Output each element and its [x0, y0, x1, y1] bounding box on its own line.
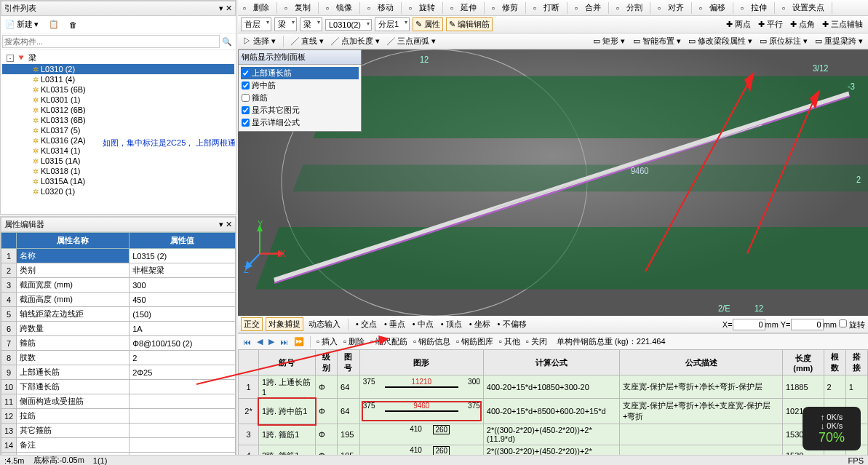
tb-延伸[interactable]: ▫延伸	[448, 1, 479, 14]
tree-item[interactable]: ✲ KL0301 (1)	[2, 95, 234, 105]
rebar-钢筋信息[interactable]: ▫ 钢筋信息	[411, 335, 453, 348]
result-row[interactable]: 2*1跨. 跨中筋1Φ643759460375400-20+15*d+8500+…	[239, 399, 868, 424]
btn_edit[interactable]: ✎ 编辑钢筋	[446, 17, 493, 31]
snap-顶点[interactable]: • 顶点	[439, 318, 464, 330]
nav-arrow[interactable]: ⏭	[278, 338, 290, 346]
y-input[interactable]	[791, 319, 824, 330]
tree-item[interactable]: ✲ L0320 (1)	[2, 186, 234, 196]
tb-复制[interactable]: ▫复制	[282, 1, 313, 14]
tree-item[interactable]: ✲ L0310 (2)	[2, 64, 234, 74]
tree-item[interactable]: ✲ KL0313 (6B)	[2, 115, 234, 125]
prop-name[interactable]: 上部通长筋	[17, 365, 130, 380]
rebar-filter-item[interactable]: 跨中筋	[241, 79, 359, 92]
tool-重提梁跨[interactable]: ▭ 重提梁跨 ▾	[813, 35, 865, 47]
snap-对象捕捉[interactable]: 对象捕捉	[266, 317, 303, 331]
dropdown[interactable]: 分层1	[375, 17, 410, 31]
tb-设置夹点[interactable]: ▫设置夹点	[780, 1, 827, 14]
tree-item[interactable]: ✲ L0311 (4)	[2, 74, 234, 84]
aux-三点辅轴[interactable]: ✚ 三点辅轴	[820, 18, 865, 31]
nav-arrow[interactable]: ▶	[266, 337, 276, 346]
prop-name[interactable]: 拉筋	[17, 409, 130, 424]
prop-name[interactable]: 轴线距梁左边线距	[17, 307, 130, 322]
rebar-filter-item[interactable]: 显示详细公式	[241, 116, 359, 129]
prop-value[interactable]: 450	[130, 293, 236, 307]
result-table[interactable]: 筋号级别图号图形计算公式公式描述长度(mm)根数搭接11跨. 上通长筋1Φ643…	[238, 349, 868, 455]
tree-item[interactable]: ✲ L0315 (1A)	[2, 156, 234, 166]
tool-智能布置[interactable]: ▭ 智能布置 ▾	[631, 35, 683, 47]
prop-value[interactable]	[130, 409, 236, 424]
tb-拉伸[interactable]: ▫拉伸	[738, 1, 769, 14]
tool-原位标注[interactable]: ▭ 原位标注 ▾	[757, 35, 810, 47]
prop-value[interactable]: 2Φ25	[130, 365, 236, 380]
nav-arrow[interactable]: ⏩	[292, 337, 306, 346]
prop-name[interactable]: 截面宽度 (mm)	[17, 278, 130, 293]
rebar-display-panel[interactable]: 钢筋显示控制面板 上部通长筋 跨中筋 箍筋 显示其它图元 显示详细公式	[238, 49, 362, 132]
select-button[interactable]: ▷ 选择 ▾	[241, 35, 278, 47]
snap-坐标[interactable]: • 坐标	[467, 318, 493, 330]
nav-arrow[interactable]: ⏮	[241, 338, 253, 346]
search-icon[interactable]: 🔍	[220, 35, 234, 48]
prop-name[interactable]: 备注	[17, 438, 130, 453]
snap-不偏移[interactable]: • 不偏移	[495, 318, 529, 330]
tb-打断[interactable]: ▫打断	[531, 1, 562, 14]
prop-value[interactable]	[130, 380, 236, 394]
prop-value[interactable]: 非框架梁	[130, 263, 236, 278]
result-row[interactable]: 11跨. 上通长筋1Φ6437511210300400-20+15*d+1085…	[239, 375, 868, 399]
dropdown[interactable]: 首层	[241, 17, 271, 31]
tb-偏移[interactable]: ▫偏移	[697, 1, 728, 14]
rebar-钢筋图库[interactable]: ▫ 钢筋图库	[454, 335, 495, 348]
aux-平行[interactable]: ✚ 平行	[756, 18, 785, 31]
rebar-其他[interactable]: ▫ 其他	[497, 335, 522, 348]
draw-三点画弧[interactable]: ╱ 三点画弧 ▾	[385, 35, 438, 47]
tb-移动[interactable]: ▫移动	[365, 1, 396, 14]
snap-动态输入[interactable]: 动态输入	[306, 318, 343, 330]
prop-value[interactable]: 2	[130, 351, 236, 365]
tree-item[interactable]: ✲ KL0318 (1)	[2, 166, 234, 176]
new-button[interactable]: 📄 新建 ▾	[3, 18, 41, 31]
viewport-3d[interactable]: 9460 12 3/12 2 2/E 12 -3 XYZ 钢筋显示控制面板 上部…	[238, 49, 868, 316]
tb-修剪[interactable]: ▫修剪	[490, 1, 520, 14]
prop-value[interactable]: Φ8@100/150 (2)	[130, 336, 236, 351]
tb-合并[interactable]: ▫合并	[573, 1, 603, 14]
rebar-删除[interactable]: ▫ 删除	[341, 335, 367, 348]
dropdown[interactable]: L0310(2)	[325, 19, 372, 31]
draw-直线[interactable]: ╱ 直线 ▾	[289, 35, 326, 47]
copy-icon[interactable]: 📋	[47, 18, 61, 31]
btn_prop[interactable]: ✎ 属性	[413, 17, 443, 31]
tb-对齐[interactable]: ▫对齐	[656, 1, 686, 14]
x-input[interactable]	[733, 319, 765, 330]
prop-value[interactable]: 1A	[130, 322, 236, 336]
tool-矩形[interactable]: ▭ 矩形 ▾	[591, 35, 627, 47]
search-input[interactable]	[2, 35, 220, 48]
prop-value[interactable]: (150)	[130, 307, 236, 322]
prop-value[interactable]: 300	[130, 278, 236, 293]
dropdown[interactable]: 梁	[300, 17, 322, 31]
tb-镜像[interactable]: ▫镜像	[324, 1, 354, 14]
snap-正交[interactable]: 正交	[241, 317, 263, 331]
result-row[interactable]: 31跨. 箍筋1Φ1954102602*((300-2*20)+(450-2*2…	[239, 424, 868, 445]
tree-item[interactable]: ✲ KL0312 (6B)	[2, 105, 234, 115]
snap-中点[interactable]: • 中点	[410, 318, 436, 330]
tb-旋转[interactable]: ▫旋转	[407, 1, 437, 14]
tool-修改梁段属性[interactable]: ▭ 修改梁段属性 ▾	[686, 35, 754, 47]
result-row[interactable]: 42跨. 箍筋1Φ1954102602*((300-2*20)+(450-2*2…	[239, 445, 868, 456]
nav-arrow[interactable]: ◀	[255, 337, 265, 346]
prop-name[interactable]: 侧面构造或受扭筋	[17, 394, 130, 409]
rebar-filter-item[interactable]: 箍筋	[241, 92, 359, 104]
prop-name[interactable]: 截面高度 (mm)	[17, 293, 130, 307]
aux-两点[interactable]: ✚ 两点	[724, 18, 753, 31]
prop-value[interactable]	[130, 438, 236, 453]
prop-name[interactable]: 箍筋	[17, 336, 130, 351]
tree-item[interactable]: ✲ L0315A (1A)	[2, 176, 234, 186]
delete-icon[interactable]: 🗑	[67, 18, 79, 31]
tree-item[interactable]: ✲ KL0315 (6B)	[2, 84, 234, 95]
prop-value[interactable]	[130, 394, 236, 409]
rebar-关闭[interactable]: ▫ 关闭	[524, 335, 549, 348]
snap-垂点[interactable]: • 垂点	[382, 318, 407, 330]
prop-name[interactable]: 肢数	[17, 351, 130, 365]
draw-点加长度[interactable]: ╱ 点加长度 ▾	[329, 35, 382, 47]
rebar-filter-item[interactable]: 显示其它图元	[241, 104, 359, 116]
prop-value[interactable]	[130, 424, 236, 438]
rebar-filter-item[interactable]: 上部通长筋	[241, 67, 359, 79]
rebar-缩尺配筋[interactable]: ▫ 缩尺配筋	[368, 335, 410, 348]
